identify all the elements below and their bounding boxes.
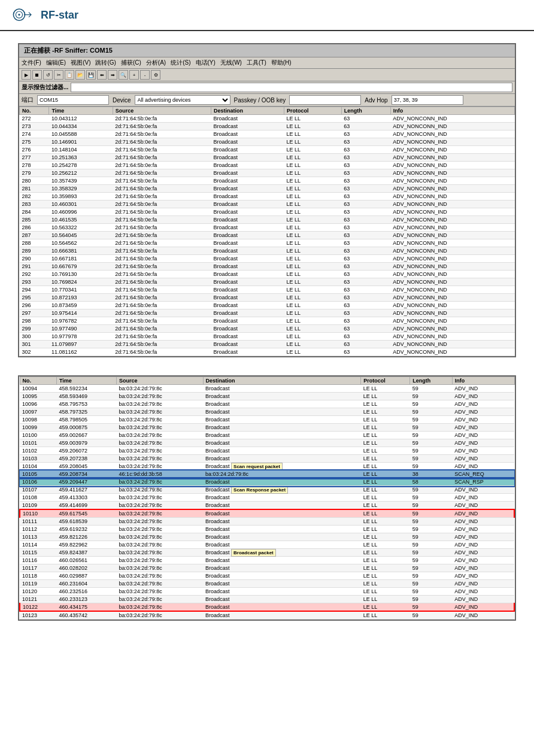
table-row[interactable]: 292 10.769130 2d:71:64:5b:0e:fa Broadcas… — [20, 271, 515, 278]
cell-protocol: LE LL — [361, 393, 410, 400]
table-row[interactable]: 283 10.460301 2d:71:64:5b:0e:fa Broadcas… — [20, 201, 515, 208]
table-row[interactable]: 276 10.148104 2d:71:64:5b:0e:fa Broadcas… — [20, 146, 515, 154]
table-row[interactable]: 10113 459.821226 ba:03:24:2d:79:8c Broad… — [20, 533, 514, 541]
toolbar-btn-8[interactable]: ⬅ — [97, 70, 107, 80]
menu-capture[interactable]: 捕获(C) — [121, 59, 141, 67]
table-row[interactable]: 278 10.254278 2d:71:64:5b:0e:fa Broadcas… — [20, 162, 515, 169]
table-row[interactable]: 290 10.667181 2d:71:64:5b:0e:fa Broadcas… — [20, 255, 515, 263]
cell-length: 63 — [341, 348, 390, 356]
table-row[interactable]: 10103 459.207238 ba:03:24:2d:79:8c Broad… — [20, 455, 514, 463]
table-row[interactable]: 302 11.081162 2d:71:64:5b:0e:fa Broadcas… — [20, 348, 515, 356]
toolbar-btn-12[interactable]: - — [140, 70, 150, 80]
table-row[interactable]: 297 10.975414 2d:71:64:5b:0e:fa Broadcas… — [20, 309, 515, 317]
menu-file[interactable]: 文件(F) — [22, 59, 41, 67]
filter-input[interactable] — [71, 83, 512, 92]
table-row[interactable]: 301 11.079897 2d:71:64:5b:0e:fa Broadcas… — [20, 341, 515, 348]
toolbar-btn-10[interactable]: 🔍 — [119, 70, 128, 80]
toolbar-btn-3[interactable]: ↺ — [43, 70, 53, 80]
table-row[interactable]: 300 10.977978 2d:71:64:5b:0e:fa Broadcas… — [20, 333, 515, 341]
table-row[interactable]: 10121 460.233123 ba:03:24:2d:79:8c Broad… — [20, 596, 514, 603]
table-row[interactable]: 10109 459.414699 ba:03:24:2d:79:8c Broad… — [20, 502, 514, 510]
toolbar-btn-1[interactable]: ▶ — [22, 70, 31, 80]
menu-go[interactable]: 跳转(G) — [95, 59, 116, 67]
table-row[interactable]: 10100 459.002667 ba:03:24:2d:79:8c Broad… — [20, 432, 514, 439]
table-row[interactable]: 282 10.359893 2d:71:64:5b:0e:fa Broadcas… — [20, 193, 515, 201]
table-row[interactable]: 281 10.358329 2d:71:64:5b:0e:fa Broadcas… — [20, 185, 515, 193]
table-row[interactable]: 10105 459.208734 46:1c:9d:dd:3b:58 ba:03… — [20, 470, 514, 478]
device-select[interactable]: All advertising devices — [135, 95, 230, 105]
table-row[interactable]: 10102 459.206072 ba:03:24:2d:79:8c Broad… — [20, 447, 514, 455]
table-row[interactable]: 10106 459.209447 ba:03:24:2d:79:8c Broad… — [20, 478, 514, 486]
cell-length: 63 — [341, 216, 390, 224]
menu-tools[interactable]: 工具(T) — [247, 59, 266, 67]
menu-help[interactable]: 帮助(H) — [271, 59, 292, 67]
table-row[interactable]: 10118 460.029887 ba:03:24:2d:79:8c Broad… — [20, 572, 514, 580]
cell-time: 10.975414 — [49, 309, 113, 317]
table-row[interactable]: 291 10.667679 2d:71:64:5b:0e:fa Broadcas… — [20, 263, 515, 271]
table-row[interactable]: 10115 459.824387 ba:03:24:2d:79:8c Broad… — [20, 549, 514, 557]
table-row[interactable]: 288 10.564562 2d:71:64:5b:0e:fa Broadcas… — [20, 239, 515, 247]
menu-stats[interactable]: 统计(S) — [171, 59, 190, 67]
passkey-input[interactable] — [289, 95, 361, 105]
toolbar-btn-6[interactable]: 📂 — [75, 70, 85, 80]
table-row[interactable]: 10123 460.435742 ba:03:24:2d:79:8c Broad… — [20, 611, 514, 620]
table-row[interactable]: 10096 458.795753 ba:03:24:2d:79:8c Broad… — [20, 400, 514, 408]
cell-dest: Broadcast — [203, 509, 361, 518]
toolbar-btn-5[interactable]: 📋 — [65, 70, 74, 80]
port-input[interactable] — [37, 95, 109, 105]
table-row[interactable]: 10119 460.231604 ba:03:24:2d:79:8c Broad… — [20, 580, 514, 588]
toolbar-btn-7[interactable]: 💾 — [86, 70, 96, 80]
table-row[interactable]: 274 10.045588 2d:71:64:5b:0e:fa Broadcas… — [20, 130, 515, 138]
table-row[interactable]: 280 10.357439 2d:71:64:5b:0e:fa Broadcas… — [20, 177, 515, 185]
menu-phone[interactable]: 电话(Y) — [196, 59, 216, 67]
toolbar-btn-4[interactable]: ✂ — [54, 70, 63, 80]
toolbar-btn-9[interactable]: ➡ — [108, 70, 117, 80]
table-row[interactable]: 10107 459.411627 ba:03:24:2d:79:8c Broad… — [20, 486, 514, 494]
table-row[interactable]: 10114 459.822962 ba:03:24:2d:79:8c Broad… — [20, 541, 514, 549]
cell-info: ADV_IND — [452, 494, 514, 502]
menu-view[interactable]: 视图(V) — [71, 59, 90, 67]
table-row[interactable]: 277 10.251363 2d:71:64:5b:0e:fa Broadcas… — [20, 154, 515, 162]
table-row[interactable]: 10095 458.593469 ba:03:24:2d:79:8c Broad… — [20, 393, 514, 400]
table-row[interactable]: 275 10.146901 2d:71:64:5b:0e:fa Broadcas… — [20, 138, 515, 146]
cell-source: 2d:71:64:5b:0e:fa — [113, 208, 211, 216]
table-row[interactable]: 295 10.872193 2d:71:64:5b:0e:fa Broadcas… — [20, 294, 515, 302]
table-row[interactable]: 10099 459.000875 ba:03:24:2d:79:8c Broad… — [20, 424, 514, 432]
table-row[interactable]: 296 10.873459 2d:71:64:5b:0e:fa Broadcas… — [20, 302, 515, 309]
toolbar-btn-13[interactable]: ⚙ — [151, 70, 160, 80]
adv-hop-input[interactable] — [392, 95, 463, 105]
menu-wireless[interactable]: 无线(W) — [220, 59, 242, 67]
table-row[interactable]: 10104 459.208045 ba:03:24:2d:79:8c Broad… — [20, 463, 514, 470]
table-row[interactable]: 298 10.976782 2d:71:64:5b:0e:fa Broadcas… — [20, 317, 515, 325]
cell-protocol: LE LL — [284, 169, 341, 177]
table-row[interactable]: 286 10.563322 2d:71:64:5b:0e:fa Broadcas… — [20, 224, 515, 232]
table-row[interactable]: 10111 459.618539 ba:03:24:2d:79:8c Broad… — [20, 518, 514, 526]
table-row[interactable]: 287 10.564045 2d:71:64:5b:0e:fa Broadcas… — [20, 232, 515, 239]
table-row[interactable]: 294 10.770341 2d:71:64:5b:0e:fa Broadcas… — [20, 286, 515, 294]
toolbar-btn-11[interactable]: + — [129, 70, 139, 80]
table-row[interactable]: 10108 459.413303 ba:03:24:2d:79:8c Broad… — [20, 494, 514, 502]
table-row[interactable]: 10117 460.028202 ba:03:24:2d:79:8c Broad… — [20, 564, 514, 572]
table-row[interactable]: 272 10.043112 2d:71:64:5b:0e:fa Broadcas… — [20, 115, 515, 123]
table-row[interactable]: 289 10.666381 2d:71:64:5b:0e:fa Broadcas… — [20, 247, 515, 255]
table-row[interactable]: 10098 458.798505 ba:03:24:2d:79:8c Broad… — [20, 416, 514, 424]
table-row[interactable]: 285 10.461535 2d:71:64:5b:0e:fa Broadcas… — [20, 216, 515, 224]
table-row[interactable]: 10116 460.026561 ba:03:24:2d:79:8c Broad… — [20, 557, 514, 564]
table-row[interactable]: 10101 459.003979 ba:03:24:2d:79:8c Broad… — [20, 439, 514, 447]
table-row[interactable]: 10110 459.617545 ba:03:24:2d:79:8c Broad… — [20, 509, 514, 518]
table-row[interactable]: 284 10.460996 2d:71:64:5b:0e:fa Broadcas… — [20, 208, 515, 216]
table-row[interactable]: 10112 459.619232 ba:03:24:2d:79:8c Broad… — [20, 526, 514, 533]
table-row[interactable]: 10120 460.232516 ba:03:24:2d:79:8c Broad… — [20, 588, 514, 596]
table-row[interactable]: 10094 458.592234 ba:03:24:2d:79:8c Broad… — [20, 385, 514, 393]
menu-edit[interactable]: 编辑(E) — [46, 59, 66, 67]
table-row[interactable]: 293 10.769824 2d:71:64:5b:0e:fa Broadcas… — [20, 278, 515, 286]
cell-length: 63 — [341, 208, 390, 216]
cell-info: SCAN_RSP — [452, 478, 514, 486]
toolbar-btn-2[interactable]: ⏹ — [32, 70, 42, 80]
table-row[interactable]: 273 10.044334 2d:71:64:5b:0e:fa Broadcas… — [20, 123, 515, 130]
table-row[interactable]: 299 10.977490 2d:71:64:5b:0e:fa Broadcas… — [20, 325, 515, 333]
menu-analyze[interactable]: 分析(A) — [146, 59, 166, 67]
table-row[interactable]: 10122 460.434175 ba:03:24:2d:79:8c Broad… — [20, 603, 514, 612]
table-row[interactable]: 279 10.256212 2d:71:64:5b:0e:fa Broadcas… — [20, 169, 515, 177]
table-row[interactable]: 10097 458.797325 ba:03:24:2d:79:8c Broad… — [20, 408, 514, 416]
